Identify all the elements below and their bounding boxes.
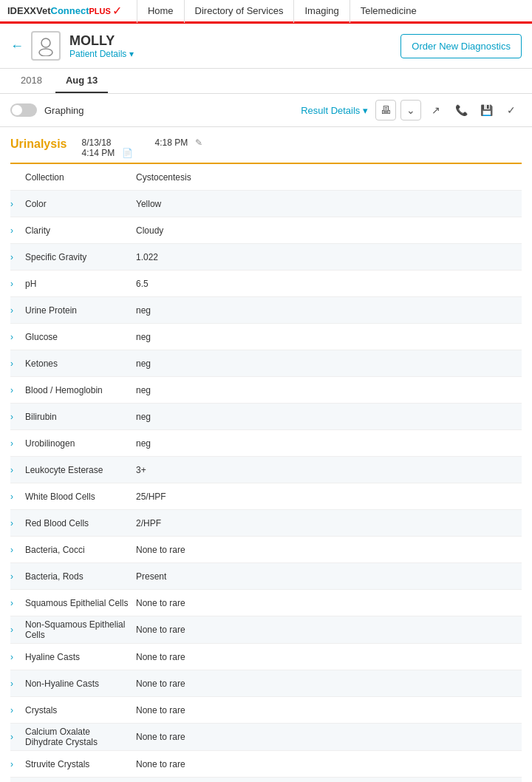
check-circle-icon[interactable]: ✓ [501, 100, 522, 120]
row-chevron-icon[interactable]: › [10, 492, 25, 502]
row-chevron-icon[interactable]: › [10, 225, 25, 236]
row-label: Crystals [25, 705, 136, 715]
row-value: None to rare [136, 652, 522, 662]
row-chevron-icon[interactable]: › [10, 252, 25, 262]
row-chevron-icon[interactable]: › [10, 438, 25, 449]
row-chevron-icon[interactable]: › [10, 412, 25, 422]
time-edit-icon[interactable]: ✎ [195, 137, 202, 148]
section-date: 8/13/18 4:14 PM 📄 [81, 137, 132, 158]
row-value: neg [136, 358, 522, 369]
row-label: Urine Protein [25, 305, 136, 316]
fax-icon[interactable]: 💾 [476, 100, 497, 120]
row-value: neg [136, 385, 522, 395]
row-chevron-icon[interactable]: › [10, 465, 25, 475]
table-row: ›Unclassified CrystalsNone to rare [10, 778, 522, 782]
table-row: ›Bilirubinneg [10, 404, 522, 430]
row-value: None to rare [136, 598, 522, 608]
row-chevron-icon[interactable]: › [10, 385, 25, 395]
row-label: Calcium Oxalate Dihydrate Crystals [25, 727, 136, 747]
row-chevron-icon[interactable]: › [10, 358, 25, 369]
row-label: Collection [25, 172, 136, 183]
table-row: CollectionCystocentesis [10, 164, 522, 191]
row-value: None to rare [136, 625, 522, 635]
row-chevron-icon[interactable]: › [10, 545, 25, 555]
row-label: Red Blood Cells [25, 518, 136, 528]
main-content: Urinalysis 8/13/18 4:14 PM 📄 4:18 PM ✎ C… [0, 127, 532, 782]
row-chevron-icon[interactable]: › [10, 332, 25, 342]
row-label: Bacteria, Rods [25, 571, 136, 582]
row-value: 1.022 [136, 252, 522, 262]
table-row: ›Red Blood Cells2/HPF [10, 510, 522, 537]
row-label: Urobilinogen [25, 438, 136, 449]
table-row: ›Glucoseneg [10, 324, 522, 350]
table-row: ›Leukocyte Esterase3+ [10, 457, 522, 483]
graphing-toggle[interactable] [10, 103, 37, 117]
dropdown-icon[interactable]: ⌄ [400, 100, 421, 120]
row-chevron-icon[interactable]: › [10, 732, 25, 742]
date-tabs: 2018 Aug 13 [0, 69, 532, 94]
row-chevron-icon[interactable]: › [10, 625, 25, 635]
row-chevron-icon[interactable]: › [10, 305, 25, 316]
row-label: Leukocyte Esterase [25, 465, 136, 475]
row-value: None to rare [136, 759, 522, 769]
logo-vet: Vet [36, 5, 51, 16]
nav-links: Home Directory of Services Imaging Telem… [137, 0, 427, 23]
row-chevron-icon[interactable]: › [10, 598, 25, 608]
order-diagnostics-button[interactable]: Order New Diagnostics [400, 34, 522, 58]
row-value: 3+ [136, 465, 522, 475]
row-chevron-icon[interactable]: › [10, 759, 25, 769]
table-row: ›White Blood Cells25/HPF [10, 483, 522, 510]
results-table: CollectionCystocentesis›ColorYellow›Clar… [10, 164, 522, 782]
row-label: Glucose [25, 332, 136, 342]
logo-idexx: IDEXX [7, 5, 36, 16]
table-row: ›Ketonesneg [10, 350, 522, 377]
tab-2018[interactable]: 2018 [10, 69, 52, 93]
row-chevron-icon[interactable]: › [10, 705, 25, 715]
tab-aug13[interactable]: Aug 13 [55, 69, 108, 93]
patient-avatar [31, 31, 61, 61]
row-label: Specific Gravity [25, 252, 136, 262]
table-row: ›Non-Squamous Epithelial CellsNone to ra… [10, 616, 522, 644]
row-label: Color [25, 199, 136, 209]
share-icon[interactable]: ↗ [426, 100, 446, 120]
row-label: Clarity [25, 225, 136, 236]
table-row: ›Squamous Epithelial CellsNone to rare [10, 590, 522, 616]
row-chevron-icon[interactable]: › [10, 679, 25, 689]
table-row: ›Bacteria, CocciNone to rare [10, 537, 522, 563]
row-value: None to rare [136, 705, 522, 715]
row-value: 6.5 [136, 279, 522, 289]
nav-directory[interactable]: Directory of Services [184, 0, 294, 23]
logo-swoosh: ✓ [112, 4, 122, 18]
back-button[interactable]: ← [10, 38, 24, 54]
result-details-link[interactable]: Result Details ▾ [301, 105, 368, 116]
row-value: Cloudy [136, 225, 522, 236]
row-chevron-icon[interactable]: › [10, 279, 25, 289]
row-label: Bacteria, Cocci [25, 545, 136, 555]
nav-home[interactable]: Home [137, 0, 184, 23]
patient-details-link[interactable]: Patient Details ▾ [69, 49, 134, 59]
row-value: neg [136, 305, 522, 316]
svg-point-1 [39, 49, 52, 56]
row-label: Blood / Hemoglobin [25, 385, 136, 395]
table-row: ›ColorYellow [10, 191, 522, 217]
date-doc-icon[interactable]: 📄 [122, 148, 133, 158]
logo-connect: Connect [51, 5, 89, 16]
patient-name: MOLLY [69, 33, 134, 49]
row-value: neg [136, 412, 522, 422]
logo: IDEXX VetConnect PLUS ✓ [7, 4, 122, 18]
row-chevron-icon[interactable]: › [10, 652, 25, 662]
phone-icon[interactable]: 📞 [451, 100, 471, 120]
nav-imaging[interactable]: Imaging [293, 0, 349, 23]
row-value: Cystocentesis [136, 172, 522, 183]
row-chevron-icon[interactable]: › [10, 199, 25, 209]
graphing-label: Graphing [44, 105, 83, 116]
nav-telemedicine[interactable]: Telemedicine [349, 0, 427, 23]
urinalysis-header: Urinalysis 8/13/18 4:14 PM 📄 4:18 PM ✎ [10, 127, 522, 164]
row-label: Squamous Epithelial Cells [25, 598, 136, 608]
patient-header: ← MOLLY Patient Details ▾ Order New Diag… [0, 24, 532, 69]
row-chevron-icon[interactable]: › [10, 518, 25, 528]
row-value: Yellow [136, 199, 522, 209]
row-chevron-icon[interactable]: › [10, 571, 25, 582]
print-icon[interactable]: 🖶 [375, 100, 396, 120]
section-title: Urinalysis [10, 137, 66, 151]
